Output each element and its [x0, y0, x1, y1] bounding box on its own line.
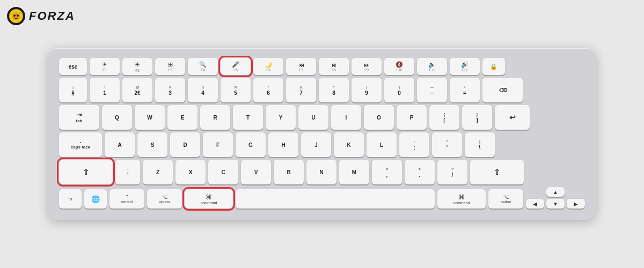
key-7[interactable]: & 7 [286, 78, 316, 102]
key-s[interactable]: S [137, 132, 167, 157]
key-section[interactable]: ± § [59, 78, 87, 102]
keyboard: esc ☀ F1 ☀ F2 ⊞ F3 🔍 F4 🎤 F5 🌙 F6 [48, 48, 596, 220]
key-f10[interactable]: 🔇 F10 [384, 58, 414, 75]
logo: FORZA [6, 6, 75, 26]
key-a[interactable]: A [105, 132, 135, 157]
key-2[interactable]: @ 2€ [122, 78, 152, 102]
key-f6[interactable]: 🌙 F6 [253, 58, 283, 75]
bottom-row: fn 🌐 ⌃ control ⌥ option ⌘ command ⌘ comm… [59, 187, 585, 209]
key-8[interactable]: * 8 [319, 78, 349, 102]
key-q[interactable]: Q [102, 105, 132, 130]
key-z[interactable]: Z [143, 160, 173, 184]
forza-logo-icon [6, 6, 26, 26]
key-4[interactable]: $ 4 [188, 78, 218, 102]
key-comma[interactable]: < , [372, 160, 402, 184]
key-slash[interactable]: ? / [437, 160, 467, 184]
key-u[interactable]: U [298, 105, 328, 130]
key-shift-left[interactable]: ⇧ [59, 160, 113, 184]
key-arrow-left[interactable]: ◀ [526, 199, 544, 209]
key-t[interactable]: T [233, 105, 263, 130]
key-backslash[interactable]: | \ [465, 132, 495, 157]
key-f11[interactable]: 🔈 F11 [417, 58, 447, 75]
key-9[interactable]: ( 9 [352, 78, 382, 102]
key-d[interactable]: D [170, 132, 200, 157]
zxcv-row: ⇧ ~ ` Z X C V B N M < , > . ? / ⇧ [59, 160, 585, 184]
fn-row: esc ☀ F1 ☀ F2 ⊞ F3 🔍 F4 🎤 F5 🌙 F6 [59, 58, 585, 75]
key-c[interactable]: C [208, 160, 238, 184]
key-o[interactable]: O [364, 105, 394, 130]
key-control[interactable]: ⌃ control [109, 189, 144, 209]
key-f1[interactable]: ☀ F1 [90, 58, 120, 75]
key-y[interactable]: Y [266, 105, 296, 130]
key-fn[interactable]: fn [59, 189, 82, 209]
key-period[interactable]: > . [405, 160, 435, 184]
key-equals[interactable]: + = [450, 78, 480, 102]
key-5[interactable]: % 5 [221, 78, 251, 102]
key-arrow-down[interactable]: ▼ [546, 199, 565, 209]
key-option-right[interactable]: ⌥ option [488, 189, 523, 209]
key-p[interactable]: P [397, 105, 427, 130]
key-0[interactable]: ) 0 [384, 78, 414, 102]
logo-text: FORZA [29, 9, 75, 23]
key-f8[interactable]: ⏯ F8 [319, 58, 349, 75]
arrow-cluster: ▲ ◀ ▼ ▶ [526, 187, 585, 209]
key-6[interactable]: ^ 6 [253, 78, 283, 102]
key-3[interactable]: # 3 [155, 78, 185, 102]
key-arrow-right[interactable]: ▶ [567, 199, 585, 209]
key-x[interactable]: X [175, 160, 206, 184]
key-v[interactable]: V [241, 160, 271, 184]
key-minus[interactable]: — – [417, 78, 447, 102]
num-row: ± § ! 1 @ 2€ # 3 $ 4 % 5 ^ 6 & 7 [59, 78, 585, 102]
key-f9[interactable]: ⏭ F9 [352, 58, 382, 75]
key-backspace[interactable]: ⌫ [482, 78, 523, 102]
key-esc[interactable]: esc [59, 58, 87, 75]
key-bracket-left[interactable]: { [ [429, 105, 459, 130]
key-f3[interactable]: ⊞ F3 [155, 58, 185, 75]
key-tab[interactable]: ⇥ tab [59, 105, 99, 130]
qwerty-row: ⇥ tab Q W E R T Y U I O P { [ } ] ↩ [59, 105, 585, 130]
key-f2[interactable]: ☀ F2 [122, 58, 152, 75]
key-command-left[interactable]: ⌘ command [185, 189, 233, 209]
key-r[interactable]: R [200, 105, 230, 130]
asdf-row: • caps lock A S D F G H J K L : ; " ' | … [59, 132, 585, 157]
key-l[interactable]: L [367, 132, 397, 157]
key-lock[interactable]: 🔒 [482, 58, 505, 75]
key-b[interactable]: B [274, 160, 304, 184]
key-bracket-right[interactable]: } ] [462, 105, 492, 130]
key-caps[interactable]: • caps lock [59, 132, 102, 157]
key-j[interactable]: J [301, 132, 331, 157]
key-semicolon[interactable]: : ; [399, 132, 429, 157]
key-f5[interactable]: 🎤 F5 [221, 58, 251, 75]
key-f7[interactable]: ⏮ F7 [286, 58, 316, 75]
key-return[interactable]: ↩ [495, 105, 530, 130]
key-f4[interactable]: 🔍 F4 [188, 58, 218, 75]
key-arrow-up[interactable]: ▲ [546, 187, 565, 197]
key-i[interactable]: I [331, 105, 361, 130]
key-m[interactable]: M [339, 160, 369, 184]
key-h[interactable]: H [268, 132, 298, 157]
key-f[interactable]: F [203, 132, 233, 157]
key-g[interactable]: G [236, 132, 266, 157]
key-globe[interactable]: 🌐 [84, 189, 107, 209]
key-spacebar[interactable] [236, 189, 435, 209]
key-shift-right[interactable]: ⇧ [470, 160, 524, 184]
key-option-left[interactable]: ⌥ option [147, 189, 182, 209]
key-command-right[interactable]: ⌘ command [437, 189, 486, 209]
key-1[interactable]: ! 1 [90, 78, 120, 102]
key-e[interactable]: E [167, 105, 197, 130]
key-quote[interactable]: " ' [432, 132, 462, 157]
key-f12[interactable]: 🔊 F12 [450, 58, 480, 75]
key-w[interactable]: W [135, 105, 165, 130]
key-grave[interactable]: ~ ` [115, 160, 140, 184]
key-n[interactable]: N [306, 160, 336, 184]
key-k[interactable]: K [334, 132, 364, 157]
